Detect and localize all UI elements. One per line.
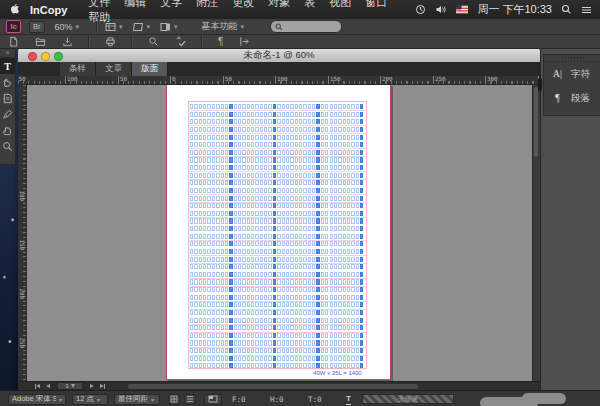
window-title-bar[interactable]: 未命名-1 @ 60% (18, 48, 540, 62)
font-family-dropdown[interactable]: Adobe 宋体 St (8, 394, 66, 405)
wallpaper-cloud-shape (522, 393, 566, 404)
vertical-ruler[interactable]: 100150200250 (18, 85, 27, 381)
grid-row (190, 112, 366, 117)
copyfit-stat: F:0 (232, 395, 246, 406)
grid-row (190, 356, 366, 361)
panel-drag-grip[interactable] (544, 55, 600, 62)
grid-count-button[interactable] (184, 394, 196, 405)
vertical-scrollbar[interactable] (532, 85, 540, 381)
last-page-button[interactable] (100, 384, 105, 389)
spotlight-icon[interactable] (561, 4, 572, 15)
menu-list-icon[interactable] (581, 5, 592, 15)
panel-icon: ¶ (551, 93, 564, 103)
paragraph-marks-icon[interactable]: ¶ (218, 37, 223, 47)
character-grid (190, 104, 366, 369)
grid-row (190, 279, 366, 284)
bridge-button[interactable]: Br (29, 21, 45, 33)
grid-row (190, 257, 366, 262)
zoom-window-button[interactable] (54, 52, 63, 61)
menu-帮助[interactable]: 帮助 (88, 11, 110, 23)
input-source-flag-icon[interactable] (456, 5, 468, 14)
grid-dimensions-caption: 40W x 35L = 1400 (314, 370, 362, 376)
minimize-button[interactable] (41, 52, 50, 61)
grid-row (190, 363, 366, 368)
print-icon[interactable] (105, 36, 116, 47)
panel-button-段落[interactable]: ¶段落 (544, 86, 600, 110)
next-page-button[interactable] (90, 384, 94, 388)
dock-edge-grabber[interactable] (538, 78, 542, 91)
grid-row (190, 157, 366, 162)
tab-条样[interactable]: 条样 (60, 62, 96, 76)
h-ruler-label: 50 (225, 76, 232, 83)
page-number-field[interactable]: 1 (57, 382, 83, 390)
horizontal-ruler[interactable]: 15010050050100150200250300350 (18, 76, 540, 85)
horizontal-scroll-thumb[interactable] (128, 384, 418, 389)
find-icon[interactable] (148, 36, 159, 47)
view-tab-bar: 条样文章版面 (18, 62, 540, 76)
document-canvas: 100150200250 40W x 35L = 1400 (18, 85, 540, 381)
v-ruler-label: 250 (18, 337, 25, 348)
note-tool[interactable] (0, 90, 15, 106)
window-controls (28, 52, 63, 61)
save-icon[interactable] (62, 36, 73, 47)
grid-row (190, 340, 366, 345)
zoom-level-dropdown[interactable]: 60% (55, 22, 80, 32)
panel-button-字符[interactable]: A|字符 (544, 62, 600, 86)
v-ruler-label: 200 (18, 288, 25, 299)
grid-row (190, 302, 366, 307)
spell-check-icon[interactable] (175, 36, 186, 47)
menu-视图[interactable]: 视图 (329, 0, 351, 8)
menu-items: 文件编辑文字附注更改对象表视图窗口帮助 (81, 0, 415, 25)
page-navigation-bar: 1 (18, 381, 540, 390)
grid-row (190, 127, 366, 132)
tab-文章[interactable]: 文章 (96, 62, 132, 76)
tab-版面[interactable]: 版面 (132, 62, 168, 76)
v-ruler-label: 150 (18, 239, 25, 250)
eyedropper-tool[interactable] (0, 106, 15, 122)
menu-附注[interactable]: 附注 (196, 0, 218, 8)
close-button[interactable] (28, 52, 37, 61)
grid-row (190, 310, 366, 315)
position-tool[interactable] (0, 74, 15, 90)
grid-row (190, 135, 366, 140)
menu-bar-clock[interactable]: 周一 下午10:33 (477, 2, 552, 17)
menu-表[interactable]: 表 (304, 0, 315, 8)
copyfit-stat: H:0 (270, 395, 284, 406)
panel-icon: A| (551, 69, 564, 79)
status-formatting-bar: Adobe 宋体 St 12 点 最佳间距 F:0H:0T:0 T 无错误 (0, 390, 600, 406)
hand-tool[interactable] (0, 122, 15, 138)
leading-dropdown[interactable]: 最佳间距 (114, 394, 160, 405)
apple-menu-icon[interactable] (9, 3, 20, 16)
type-tool[interactable]: T (0, 58, 15, 74)
grid-row (190, 241, 366, 246)
clock-icon[interactable] (415, 4, 426, 15)
grid-row (190, 264, 366, 269)
grid-row (190, 211, 366, 216)
frame-grid-view-button[interactable] (168, 394, 180, 405)
reference-grid-button[interactable] (204, 394, 222, 405)
grid-row (190, 295, 366, 300)
active-app-name[interactable]: InCopy (30, 4, 67, 16)
font-size-dropdown[interactable]: 12 点 (72, 394, 108, 405)
zoom-tool[interactable] (0, 138, 15, 154)
place-icon[interactable] (239, 36, 250, 47)
new-document-icon[interactable] (8, 36, 19, 47)
menu-bar-status-area: 周一 下午10:33 (415, 2, 600, 17)
vertical-scroll-thumb[interactable] (534, 87, 538, 157)
menu-对象[interactable]: 对象 (268, 0, 290, 8)
menu-编辑[interactable]: 编辑 (124, 0, 146, 8)
h-ruler-label: 0 (172, 76, 176, 83)
page[interactable]: 40W x 35L = 1400 (166, 85, 391, 380)
grid-row (190, 119, 366, 124)
first-page-button[interactable] (35, 384, 40, 389)
previous-page-button[interactable] (46, 384, 50, 388)
grid-row (190, 188, 366, 193)
tools-panel-expander[interactable]: » (0, 49, 15, 58)
menu-文字[interactable]: 文字 (160, 0, 182, 8)
menu-文件[interactable]: 文件 (88, 0, 110, 8)
volume-icon[interactable] (435, 4, 447, 15)
grid-row (190, 150, 366, 155)
open-folder-icon[interactable] (35, 36, 46, 47)
menu-更改[interactable]: 更改 (232, 0, 254, 8)
menu-窗口[interactable]: 窗口 (365, 0, 387, 8)
